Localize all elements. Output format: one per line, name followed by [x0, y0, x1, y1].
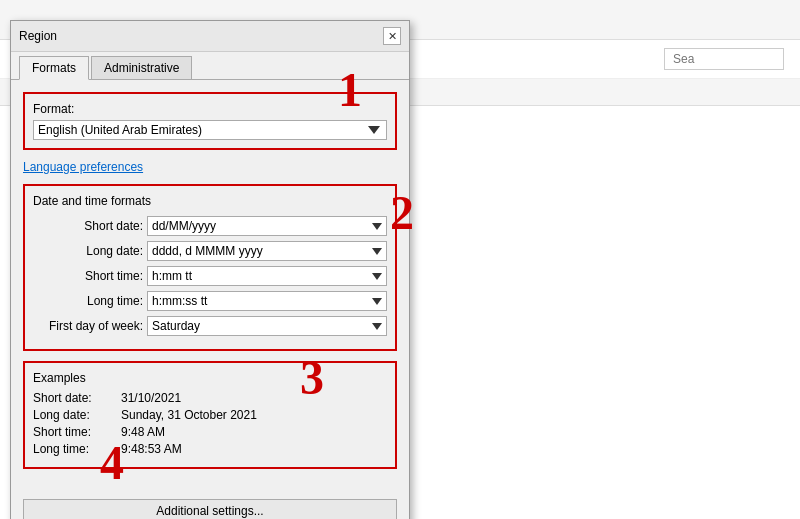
dialog-body: Format: English (United Arab Emirates) L… — [11, 80, 409, 491]
dialog-titlebar: Region ✕ — [11, 21, 409, 52]
long-time-label: Long time: — [33, 294, 143, 308]
example-long-date: Long date: Sunday, 31 October 2021 — [33, 408, 387, 422]
short-time-select[interactable]: h:mm tt — [147, 266, 387, 286]
first-day-label: First day of week: — [33, 319, 143, 333]
language-preferences-link[interactable]: Language preferences — [23, 160, 143, 174]
long-date-row: Long date: dddd, d MMMM yyyy — [33, 241, 387, 261]
example-short-time: Short time: 9:48 AM — [33, 425, 387, 439]
search-input[interactable] — [664, 48, 784, 70]
example-long-date-label: Long date: — [33, 408, 113, 422]
first-day-row: First day of week: Saturday — [33, 316, 387, 336]
format-box: Format: English (United Arab Emirates) — [23, 92, 397, 150]
example-short-date-value: 31/10/2021 — [121, 391, 181, 405]
long-time-select[interactable]: h:mm:ss tt — [147, 291, 387, 311]
short-date-label: Short date: — [33, 219, 143, 233]
short-time-label: Short time: — [33, 269, 143, 283]
dialog-tabs: Formats Administrative — [11, 52, 409, 80]
format-label: Format: — [33, 102, 387, 116]
example-long-time: Long time: 9:48:53 AM — [33, 442, 387, 456]
first-day-select[interactable]: Saturday — [147, 316, 387, 336]
example-long-time-value: 9:48:53 AM — [121, 442, 182, 456]
datetime-title: Date and time formats — [33, 194, 387, 208]
additional-settings-button[interactable]: Additional settings... — [23, 499, 397, 519]
short-date-select[interactable]: dd/MM/yyyy — [147, 216, 387, 236]
tab-administrative[interactable]: Administrative — [91, 56, 192, 79]
long-date-select[interactable]: dddd, d MMMM yyyy — [147, 241, 387, 261]
short-time-row: Short time: h:mm tt — [33, 266, 387, 286]
close-button[interactable]: ✕ — [383, 27, 401, 45]
long-date-label: Long date: — [33, 244, 143, 258]
format-select[interactable]: English (United Arab Emirates) — [33, 120, 387, 140]
dialog-footer: Additional settings... OK Cancel Apply — [11, 491, 409, 519]
region-dialog: Region ✕ Formats Administrative Format: … — [10, 20, 410, 519]
example-short-date-label: Short date: — [33, 391, 113, 405]
datetime-box: Date and time formats Short date: dd/MM/… — [23, 184, 397, 351]
dialog-title: Region — [19, 29, 57, 43]
example-short-time-value: 9:48 AM — [121, 425, 165, 439]
example-short-date: Short date: 31/10/2021 — [33, 391, 387, 405]
short-date-row: Short date: dd/MM/yyyy — [33, 216, 387, 236]
tab-formats[interactable]: Formats — [19, 56, 89, 80]
example-long-date-value: Sunday, 31 October 2021 — [121, 408, 257, 422]
examples-title: Examples — [33, 371, 387, 385]
long-time-row: Long time: h:mm:ss tt — [33, 291, 387, 311]
example-long-time-label: Long time: — [33, 442, 113, 456]
examples-box: Examples Short date: 31/10/2021 Long dat… — [23, 361, 397, 469]
example-short-time-label: Short time: — [33, 425, 113, 439]
